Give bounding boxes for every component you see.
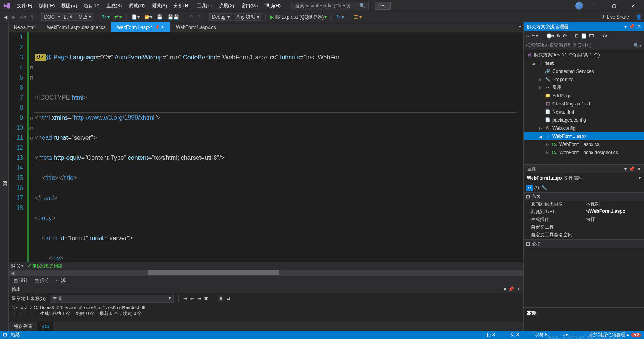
tab-webform-cs[interactable]: WebForm1.aspx.cs <box>170 22 221 32</box>
categorize-icon[interactable]: ☷ <box>526 185 533 191</box>
code-editor[interactable]: 123456789101112131415161718 ⊟⊟ ⊟⊟⊟││││││… <box>9 32 523 262</box>
paragraph-button[interactable]: ¶ <box>29 14 35 20</box>
pin-icon[interactable]: 📌 <box>508 286 514 292</box>
menu-project[interactable]: 项目(P) <box>81 1 102 11</box>
run-button[interactable]: ▶ IIS Express (QQ浏览器) ▾ <box>269 13 328 21</box>
new-file-button[interactable]: 📄▾ <box>130 14 141 20</box>
close-button[interactable]: ✕ <box>625 0 641 11</box>
liveshare-button[interactable]: Live Share <box>607 14 629 20</box>
props-cat-advanced[interactable]: ⊟高级 <box>524 192 644 201</box>
clear-icon[interactable]: ✖ <box>204 296 208 301</box>
props-page-icon[interactable]: 🔧 <box>541 185 547 190</box>
close-panel-icon[interactable]: ✕ <box>516 286 520 292</box>
refresh2-button[interactable]: ↻ ▾ <box>335 14 345 20</box>
nav-fwd-button[interactable]: ▶ <box>10 14 17 20</box>
maximize-button[interactable]: ▢ <box>606 0 622 11</box>
refresh-button[interactable]: ↻ ▾ <box>101 14 111 20</box>
admin-icon[interactable]: 👤 <box>636 14 642 20</box>
tree-addpage[interactable]: 📁AddPage <box>524 92 644 100</box>
nav-back-button[interactable]: ◀ <box>2 14 9 20</box>
toggle-icon[interactable]: ⇄ <box>227 296 230 301</box>
solution-search-input[interactable]: 搜索解决方案资源管理器(Ctrl+;) 🔍▾ <box>524 41 644 50</box>
next-icon[interactable]: ⇥ <box>197 296 201 301</box>
fold-column[interactable]: ⊟⊟ ⊟⊟⊟││││││ <box>29 32 34 262</box>
window-icon[interactable]: ⊡ <box>3 332 7 337</box>
pin-icon[interactable]: 📌 <box>155 25 159 29</box>
tree-webform-aspx[interactable]: ◢⊕WebForm1.aspx <box>524 132 644 140</box>
save-button[interactable]: 💾 <box>155 14 164 20</box>
menu-edit[interactable]: 编辑(E) <box>36 1 58 11</box>
menu-help[interactable]: 帮助(H) <box>262 1 284 11</box>
tree-connected-services[interactable]: 🔗Connected Services <box>524 67 644 75</box>
dropdown-icon[interactable]: ▾ <box>504 286 506 292</box>
platform-dropdown[interactable]: Any CPU ▾ <box>234 13 262 21</box>
view-design-tab[interactable]: ▦ 设计 <box>11 276 31 285</box>
menu-file[interactable]: 文件(F) <box>14 1 35 11</box>
tree-project[interactable]: ◢⊕test <box>524 59 644 67</box>
menu-extensions[interactable]: 扩展(X) <box>216 1 237 11</box>
tabs-overflow-button[interactable]: ▾ <box>516 22 523 32</box>
wrap-icon[interactable]: ≡ <box>218 295 223 302</box>
prev-icon[interactable]: ⇤ <box>190 296 194 301</box>
menu-analyze[interactable]: 分析(N) <box>171 1 193 11</box>
browser-button[interactable]: 🗔 ▾ <box>352 14 363 20</box>
add-source-control-button[interactable]: ↑ 添加到源代码管理 ▴ <box>585 332 629 338</box>
output-source-dropdown[interactable]: 生成▾ <box>50 295 174 303</box>
horizontal-scrollbar[interactable]: ◀ <box>9 270 523 276</box>
properties-target[interactable]: WebForm1.aspx 文件属性 ▾ <box>524 173 644 183</box>
redo-button[interactable]: ↷ <box>196 14 203 20</box>
pin-icon[interactable]: 📌 <box>629 166 635 172</box>
alpha-icon[interactable]: A↓ <box>534 185 540 190</box>
user-avatar[interactable] <box>575 2 583 10</box>
close-icon[interactable]: ✕ <box>637 166 641 172</box>
undo-button[interactable]: ↶ <box>187 14 194 20</box>
tree-webform-designer[interactable]: ▷C#WebForm1.aspx.designer.cs <box>524 148 644 156</box>
tab-webform-aspx[interactable]: WebForm1.aspx*📌✕ <box>111 22 170 32</box>
show-all-icon[interactable]: 📄 <box>581 33 587 39</box>
props-cat-misc[interactable]: ⊟杂项 <box>524 239 644 248</box>
dropdown-icon[interactable]: ▾ <box>624 166 627 172</box>
tree-webform-cs[interactable]: ▷C#WebForm1.aspx.cs <box>524 140 644 148</box>
refresh-icon[interactable]: ⟳ <box>563 33 567 39</box>
pending-icon[interactable]: 🕓▾ <box>546 33 554 39</box>
browser-link-button[interactable]: ⇄ ▾ <box>113 14 123 20</box>
tree-classdiagram[interactable]: ◫ClassDiagram1.cd <box>524 100 644 108</box>
home-icon[interactable]: ⌂ <box>526 33 529 39</box>
menu-tools[interactable]: 工具(T) <box>194 1 215 11</box>
view-split-tab[interactable]: ▤ 拆分 <box>32 276 52 285</box>
no-issues-indicator[interactable]: ✔ 未找到相关问题 <box>27 263 62 269</box>
code-body[interactable]: <%@ Page Language="C#" AutoEventWireup="… <box>34 32 523 262</box>
dropdown-icon[interactable]: ▾ <box>624 24 627 29</box>
solution-tree[interactable]: 🗐解决方案"test"(1 个项目/共 1 个) ◢⊕test 🔗Connect… <box>524 50 644 164</box>
bottom-tab-output[interactable]: 输出 <box>37 322 53 331</box>
doctype-dropdown[interactable]: DOCTYPE: XHTML5 ▾ <box>41 13 94 21</box>
menu-window[interactable]: 窗口(W) <box>238 1 261 11</box>
tree-packages[interactable]: 📄packages.config <box>524 116 644 124</box>
toolbox-sidebar-tab[interactable]: 工具箱 <box>0 22 9 331</box>
new-target-button[interactable]: ◎▾ <box>19 14 28 20</box>
search-vs-input[interactable]: 搜索 Visual Studio (Ctrl+Q) 🔍 <box>291 2 369 10</box>
pin-icon[interactable]: 📌 <box>629 24 635 29</box>
open-file-button[interactable]: 📂▾ <box>143 14 154 20</box>
menu-build[interactable]: 生成(B) <box>103 1 125 11</box>
tree-properties[interactable]: ▷🔧Properties <box>524 75 644 83</box>
output-text[interactable]: 1> test -> C:\Users\20294\source\repos\t… <box>9 303 523 322</box>
tab-news-html[interactable]: News.html <box>9 22 41 32</box>
notifications-badge[interactable]: ⚑2 <box>631 333 641 337</box>
minimize-button[interactable]: — <box>587 0 602 11</box>
close-icon[interactable]: ✕ <box>637 24 641 29</box>
tree-news-html[interactable]: 📄News.html <box>524 108 644 116</box>
menu-view[interactable]: 视图(V) <box>58 1 80 11</box>
tree-references[interactable]: ▷▪▪引用 <box>524 83 644 92</box>
scope-icon[interactable]: 🗀▾ <box>531 33 538 39</box>
config-dropdown[interactable]: Debug ▾ <box>209 13 232 21</box>
tab-designer-cs[interactable]: WebForm1.aspx.designer.cs <box>41 22 111 32</box>
view-source-tab[interactable]: ↔ 源 <box>53 276 68 285</box>
sync-icon[interactable]: ↻ <box>557 33 561 39</box>
tree-webconfig[interactable]: ▷⚙Web.config <box>524 124 644 132</box>
menu-test[interactable]: 测试(S) <box>148 1 170 11</box>
goto-icon[interactable]: ⇥ <box>183 296 187 301</box>
view-code-icon[interactable]: <> <box>602 33 607 39</box>
properties-icon[interactable]: 🗔 <box>589 33 594 39</box>
zoom-dropdown[interactable]: 94 % ▾ <box>11 263 24 268</box>
